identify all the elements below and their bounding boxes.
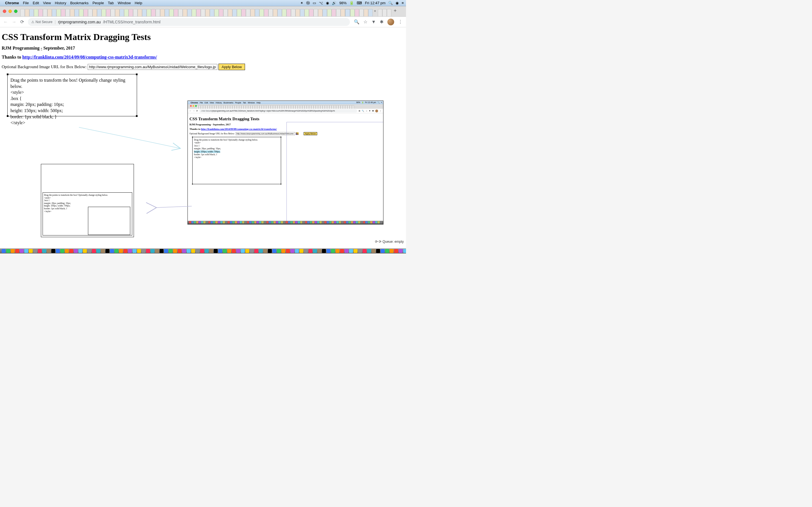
browser-tab[interactable] xyxy=(101,9,106,16)
dock-app[interactable] xyxy=(24,249,28,253)
dock-app[interactable] xyxy=(20,249,24,253)
dock-app[interactable] xyxy=(277,249,281,253)
dock-app[interactable] xyxy=(254,249,258,253)
dock-app[interactable] xyxy=(214,249,218,253)
reload-button[interactable]: ⟳ xyxy=(20,19,24,24)
dock-app[interactable] xyxy=(146,249,150,253)
search-tabs-icon[interactable]: 🔍 xyxy=(354,19,359,24)
dock-app[interactable] xyxy=(133,249,137,253)
dock-app[interactable] xyxy=(326,249,331,253)
app-icon[interactable]: Ⓜ xyxy=(306,1,310,6)
dock-app[interactable] xyxy=(286,249,290,253)
dock-app[interactable] xyxy=(245,249,249,253)
dock-app[interactable] xyxy=(322,249,326,253)
maximize-window-button[interactable] xyxy=(14,10,17,13)
spotlight-icon[interactable]: 🔍 xyxy=(388,1,393,5)
bluetooth-icon[interactable]: ⌥ xyxy=(319,1,323,5)
browser-tab[interactable] xyxy=(56,9,61,16)
dock-app[interactable] xyxy=(38,249,42,253)
browser-tab[interactable] xyxy=(20,9,25,16)
siri-icon[interactable]: ◉ xyxy=(396,1,399,5)
browser-tab[interactable] xyxy=(84,9,88,16)
wifi-icon[interactable]: ◉ xyxy=(326,1,329,5)
address-bar[interactable]: ⚠ Not Secure | rjmprogramming.com.au/HTM… xyxy=(28,18,350,26)
dock-app[interactable] xyxy=(331,249,335,253)
tab-strip[interactable]: // placeholder so markup below renders; … xyxy=(0,6,406,17)
browser-tab[interactable] xyxy=(296,9,300,16)
browser-tab[interactable] xyxy=(364,9,368,16)
dock-app[interactable] xyxy=(385,249,389,253)
dock-app[interactable] xyxy=(200,249,204,253)
browser-tab[interactable] xyxy=(237,9,241,16)
browser-tab[interactable] xyxy=(345,9,350,16)
dock-app[interactable] xyxy=(119,249,123,253)
dock-app[interactable] xyxy=(11,249,15,253)
dock-app[interactable] xyxy=(87,249,91,253)
extension-icon[interactable]: ▼ xyxy=(371,19,376,24)
dock-app[interactable] xyxy=(268,249,272,253)
macos-dock[interactable] xyxy=(0,248,406,253)
dock-app[interactable] xyxy=(56,249,60,253)
browser-tab[interactable] xyxy=(223,9,228,16)
browser-tab[interactable] xyxy=(327,9,332,16)
dock-app[interactable] xyxy=(218,249,222,253)
browser-tab[interactable] xyxy=(201,9,205,16)
browser-tab[interactable] xyxy=(88,9,93,16)
drag-handle-tl[interactable] xyxy=(7,73,8,75)
dock-app[interactable] xyxy=(164,249,168,253)
apply-button[interactable]: Apply Below xyxy=(218,64,245,70)
browser-tab[interactable] xyxy=(156,9,160,16)
dock-app[interactable] xyxy=(69,249,73,253)
browser-tab[interactable] xyxy=(70,9,74,16)
profile-avatar[interactable] xyxy=(388,18,394,25)
browser-tab[interactable] xyxy=(178,9,183,16)
bg-url-input[interactable] xyxy=(88,64,217,70)
browser-tab[interactable] xyxy=(169,9,174,16)
dock-app[interactable] xyxy=(96,249,100,253)
browser-tab[interactable] xyxy=(192,9,196,16)
menu-edit[interactable]: Edit xyxy=(33,1,39,5)
dock-app[interactable] xyxy=(101,249,105,253)
browser-tab[interactable] xyxy=(129,9,133,16)
volume-icon[interactable]: 🔊 xyxy=(332,1,336,5)
new-tab-button[interactable]: + xyxy=(394,8,397,14)
dock-app[interactable] xyxy=(363,249,366,253)
dock-app[interactable] xyxy=(313,249,317,253)
dock-app[interactable] xyxy=(282,249,285,253)
dock-app[interactable] xyxy=(110,249,114,253)
clock[interactable]: Fri 12:47 pm xyxy=(365,1,386,5)
menu-tab[interactable]: Tab xyxy=(108,1,114,5)
drag-handle-bl[interactable] xyxy=(7,115,8,117)
browser-tab[interactable] xyxy=(93,9,97,16)
browser-tab[interactable] xyxy=(318,9,322,16)
dock-app[interactable] xyxy=(151,249,154,253)
menu-people[interactable]: People xyxy=(93,1,104,5)
browser-tab[interactable] xyxy=(106,9,110,16)
browser-tab[interactable] xyxy=(119,9,124,16)
browser-tab[interactable] xyxy=(255,9,259,16)
browser-tab[interactable] xyxy=(232,9,237,16)
dock-app[interactable] xyxy=(33,249,37,253)
dock-app[interactable] xyxy=(380,249,385,253)
browser-tab[interactable] xyxy=(282,9,287,16)
dock-app[interactable] xyxy=(2,249,6,253)
dock-app[interactable] xyxy=(232,249,236,253)
browser-tab[interactable] xyxy=(214,9,219,16)
browser-tab[interactable] xyxy=(187,9,192,16)
menu-view[interactable]: View xyxy=(43,1,51,5)
display-icon[interactable]: ▭ xyxy=(313,1,316,5)
app-name[interactable]: Chrome xyxy=(5,1,19,5)
browser-tab[interactable] xyxy=(196,9,201,16)
dock-app[interactable] xyxy=(114,249,118,253)
menu-bookmarks[interactable]: Bookmarks xyxy=(70,1,89,5)
browser-tab[interactable] xyxy=(79,9,84,16)
browser-tab[interactable] xyxy=(205,9,210,16)
browser-tab[interactable] xyxy=(97,9,101,16)
browser-tab[interactable] xyxy=(368,9,373,16)
browser-tab[interactable] xyxy=(228,9,232,16)
dock-app[interactable] xyxy=(92,249,96,253)
minimize-window-button[interactable] xyxy=(8,10,12,13)
dock-app[interactable] xyxy=(290,249,294,253)
dock-app[interactable] xyxy=(259,249,263,253)
dock-app[interactable] xyxy=(182,249,186,253)
